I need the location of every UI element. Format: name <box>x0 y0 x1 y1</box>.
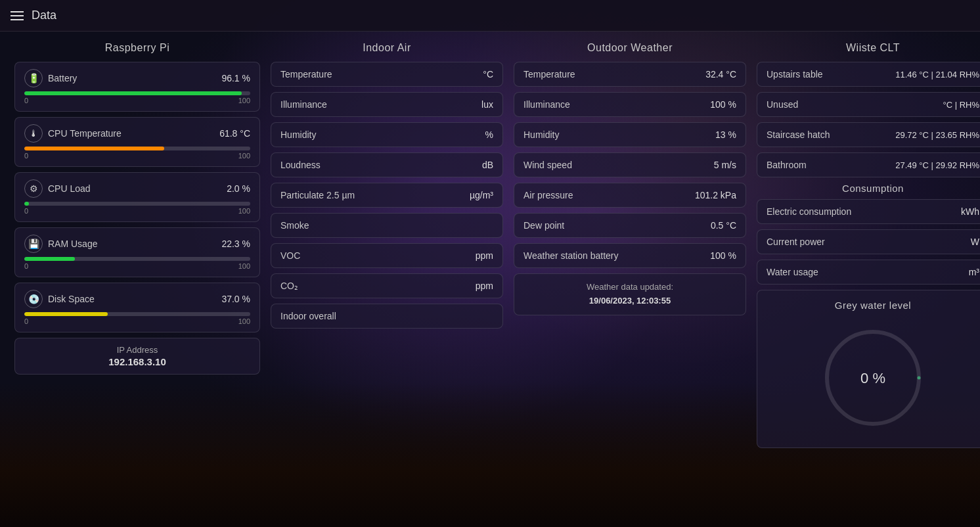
battery-card: 🔋 Battery 96.1 % 0 100 <box>14 62 260 112</box>
indoor-overall-label: Indoor overall <box>280 311 336 321</box>
bathroom-card: Bathroom 27.49 °C | 29.92 RH% <box>757 152 980 177</box>
weather-updated: Weather data updated: 19/06/2023, 12:03:… <box>523 281 736 308</box>
upstairs-table-value: 11.46 °C | 21.04 RH% <box>895 70 979 80</box>
ip-value: 192.168.3.10 <box>24 356 250 367</box>
current-power-value: W <box>971 237 979 247</box>
outdoor-dewpoint-card: Dew point 0.5 °C <box>514 213 746 238</box>
ip-card: IP Address 192.168.3.10 <box>14 338 260 375</box>
top-bar: Data <box>0 0 980 32</box>
battery-bar-bg <box>24 91 250 95</box>
menu-button[interactable] <box>11 11 24 20</box>
unused-label: Unused <box>767 99 798 110</box>
cpu-load-bar-bg <box>24 202 250 206</box>
indoor-voc-label: VOC <box>280 250 300 261</box>
outdoor-temperature-card: Temperature 32.4 °C <box>514 62 746 87</box>
water-usage-card: Water usage m³ <box>757 260 980 285</box>
indoor-air-column: Indoor Air Temperature °C Illuminance lu… <box>265 42 508 516</box>
cpu-temp-bar-fill <box>24 147 164 150</box>
outdoor-dewpoint-label: Dew point <box>523 220 564 231</box>
cpu-load-bar-labels: 0 100 <box>24 207 250 215</box>
battery-bar-labels: 0 100 <box>24 97 250 104</box>
cpu-temp-label: 🌡 CPU Temperature <box>24 124 122 143</box>
thermometer-icon: 🌡 <box>24 124 43 143</box>
grey-water-card: Grey water level 0 % <box>757 290 980 448</box>
indoor-humidity-value: % <box>485 129 493 140</box>
unused-card: Unused °C | RH% <box>757 92 980 117</box>
ram-usage-value: 22.3 % <box>221 239 250 249</box>
indoor-humidity-label: Humidity <box>280 129 316 140</box>
ram-usage-card: 💾 RAM Usage 22.3 % 0 100 <box>14 227 260 277</box>
disk-space-card: 💿 Disk Space 37.0 % 0 100 <box>14 283 260 332</box>
main-content: Raspberry Pi 🔋 Battery 96.1 % 0 100 <box>0 32 980 527</box>
ram-usage-bar-fill <box>24 257 75 261</box>
cpu-temp-value: 61.8 °C <box>219 128 250 139</box>
current-power-card: Current power W <box>757 229 980 254</box>
upstairs-table-card: Upstairs table 11.46 °C | 21.04 RH% <box>757 62 980 87</box>
indoor-illuminance-card: Illuminance lux <box>271 92 503 117</box>
indoor-illuminance-label: Illuminance <box>280 99 327 110</box>
indoor-loudness-label: Loudness <box>280 160 321 170</box>
battery-icon: 🔋 <box>24 69 43 87</box>
wiiste-clt-column: Wiiste CLT Upstairs table 11.46 °C | 21.… <box>751 42 980 516</box>
outdoor-wind-value: 5 m/s <box>714 160 736 170</box>
outdoor-battery-value: 100 % <box>710 250 736 261</box>
indoor-particulate-card: Particulate 2.5 µm µg/m³ <box>271 183 503 208</box>
upstairs-table-label: Upstairs table <box>767 69 823 80</box>
current-power-label: Current power <box>767 237 825 247</box>
disk-space-bar-fill <box>24 312 108 316</box>
ram-usage-bar-bg <box>24 257 250 261</box>
indoor-loudness-card: Loudness dB <box>271 152 503 177</box>
cpu-load-value: 2.0 % <box>227 183 250 194</box>
weather-updated-card: Weather data updated: 19/06/2023, 12:03:… <box>514 273 746 315</box>
ram-usage-bar-container: 0 100 <box>24 257 250 270</box>
outdoor-illuminance-value: 100 % <box>710 99 736 110</box>
cpu-temp-bar-bg <box>24 147 250 150</box>
cpu-load-bar-fill <box>24 202 29 206</box>
outdoor-wind-label: Wind speed <box>523 160 572 170</box>
bathroom-value: 27.49 °C | 29.92 RH% <box>895 160 979 170</box>
app-title: Data <box>32 9 56 22</box>
indoor-voc-card: VOC ppm <box>271 243 503 268</box>
indoor-loudness-value: dB <box>482 160 493 170</box>
battery-label: 🔋 Battery <box>24 69 77 87</box>
water-usage-value: m³ <box>969 267 979 277</box>
outdoor-humidity-value: 13 % <box>715 129 736 140</box>
ram-usage-bar-labels: 0 100 <box>24 262 250 270</box>
electric-consumption-card: Electric consumption kWh <box>757 199 980 224</box>
electric-consumption-label: Electric consumption <box>767 206 851 217</box>
disk-icon: 💿 <box>24 290 43 308</box>
cpu-load-bar-container: 0 100 <box>24 202 250 215</box>
outdoor-weather-title: Outdoor Weather <box>514 42 746 54</box>
disk-space-bar-container: 0 100 <box>24 312 250 325</box>
outdoor-pressure-card: Air pressure 101.2 kPa <box>514 183 746 208</box>
raspberry-pi-title: Raspberry Pi <box>14 42 260 54</box>
disk-space-bar-labels: 0 100 <box>24 317 250 325</box>
indoor-illuminance-value: lux <box>481 99 493 110</box>
indoor-co2-card: CO₂ ppm <box>271 273 503 298</box>
indoor-co2-label: CO₂ <box>280 281 298 291</box>
indoor-voc-value: ppm <box>476 250 493 261</box>
outdoor-battery-card: Weather station battery 100 % <box>514 243 746 268</box>
indoor-temperature-card: Temperature °C <box>271 62 503 87</box>
consumption-title: Consumption <box>757 183 980 194</box>
outdoor-humidity-label: Humidity <box>523 129 559 140</box>
staircase-hatch-value: 29.72 °C | 23.65 RH% <box>895 130 979 140</box>
outdoor-humidity-card: Humidity 13 % <box>514 122 746 147</box>
unused-value: °C | RH% <box>943 100 979 110</box>
indoor-air-title: Indoor Air <box>271 42 503 54</box>
outdoor-dewpoint-value: 0.5 °C <box>711 220 736 231</box>
cpu-temp-card: 🌡 CPU Temperature 61.8 °C 0 100 <box>14 117 260 167</box>
bathroom-label: Bathroom <box>767 160 807 170</box>
gauge-svg: 0 % <box>820 325 925 430</box>
wiiste-clt-title: Wiiste CLT <box>757 42 980 54</box>
disk-space-value: 37.0 % <box>221 294 250 304</box>
water-usage-label: Water usage <box>767 267 818 277</box>
electric-consumption-value: kWh <box>961 206 979 217</box>
ram-usage-label: 💾 RAM Usage <box>24 235 97 253</box>
outdoor-illuminance-label: Illuminance <box>523 99 570 110</box>
disk-space-label: 💿 Disk Space <box>24 290 95 308</box>
outdoor-illuminance-card: Illuminance 100 % <box>514 92 746 117</box>
grey-water-title: Grey water level <box>767 300 979 311</box>
staircase-hatch-card: Staircase hatch 29.72 °C | 23.65 RH% <box>757 122 980 147</box>
outdoor-temperature-label: Temperature <box>523 69 575 80</box>
